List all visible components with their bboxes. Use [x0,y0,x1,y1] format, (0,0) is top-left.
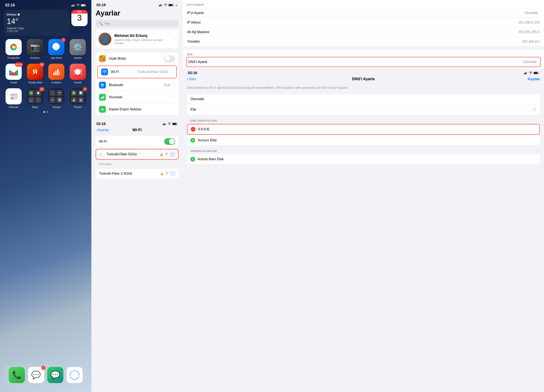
svg-point-31 [169,124,170,125]
settings-title: Ayarlar [91,7,183,20]
wifi-back-button[interactable]: ‹ Ayarlar [96,128,109,132]
settings-profile[interactable]: 👤 Mehmet Ali Ertunç Apple Kimliği, iClou… [96,30,178,48]
info-icon[interactable]: i [170,152,175,157]
chevron-hucresel: › [174,96,175,99]
app-gmail[interactable]: 30.715 Gmail [4,64,24,84]
info-icon-24[interactable]: i [171,171,175,176]
app-depo[interactable]: 🟢 🔲 📺 🎵 10 Depo [25,88,45,109]
home-screen: 02:16 Dörtyol 🧭 14° Sağanak Yağış Y:16° … [0,0,91,392]
settings-status-bar: 02:18 ▲ [91,0,183,7]
dock-telefon[interactable]: 📞 [9,367,25,383]
home-time: 02:16 [5,3,15,7]
svg-rect-41 [534,72,538,74]
dock-safari[interactable] [66,367,83,383]
dns-server-row[interactable]: − 8.8.8.8 [187,124,540,135]
svg-rect-28 [163,124,163,125]
dns-ayarla-row[interactable]: DNS'i Ayarla Otomatik › [187,57,540,67]
wifi-network-24[interactable]: Turkcell-Fiber-2.4GHz 🔒 i [96,169,178,179]
app-haberler[interactable]: 📰 Haberler [4,88,24,109]
app-fotograflar[interactable]: Fotoğraflar [4,39,24,59]
app-kamera[interactable]: 📷 Kamera [25,39,45,59]
dock-icon-whatsapp: 💬 [47,367,63,383]
search-icon: 🔍 [99,21,103,25]
label-bluetooth: Bluetooth [109,83,161,87]
settings-row-hucresel[interactable]: Hücresel › [96,91,178,103]
signal-icon [71,4,75,6]
svg-rect-0 [71,5,72,6]
label-wifi: Wi-Fi [111,70,135,74]
dns-add-server-row[interactable]: + Sunucu Ekle [187,135,540,145]
calendar-widget[interactable]: PER 3 [71,10,88,26]
chevron-bluetooth: › [174,83,175,87]
svg-rect-24 [101,97,101,99]
profile-chevron: › [174,37,176,41]
dock-slack[interactable]: 💬 2 [28,367,44,383]
toggle-ucak[interactable] [164,55,175,62]
signal-dns [524,72,528,74]
svg-rect-26 [103,96,103,99]
app-appstore[interactable]: 🅐 3 App Store [47,39,66,59]
wifi-toggle-row[interactable]: Wi-Fi [96,136,178,147]
weather-widget[interactable]: Dörtyol 🧭 14° Sağanak Yağış Y:16° D:8° [4,10,69,36]
ipv4-value-mask: 255.255.255.0 [518,30,540,34]
dns-add-search-button[interactable]: + [190,157,195,161]
svg-point-16 [74,374,75,376]
app-sosyal[interactable]: 🎵 📸 🐦 👻 Sosyal [47,88,66,109]
dns-servers-label: DNS SUNUCULARI [183,118,544,124]
wifi-status-bar: 02:16 [91,119,183,126]
wifi-toggle[interactable] [164,138,175,145]
dns-otomatik-label: Otomatik [190,97,536,101]
dock-whatsapp[interactable]: 💬 [47,367,63,383]
dock-inner: 📞 💬 2 💬 [4,364,88,386]
ipv4-chevron-ayarla: › [539,11,540,15]
battery-icon-2 [169,4,174,6]
dns-save-button[interactable]: Kaydet [528,77,540,81]
app-yemek[interactable]: 🍽️ Yemek [68,64,88,84]
dns-back-button[interactable]: ‹ Geri [187,77,196,81]
settings-row-bluetooth[interactable]: B * Bluetooth Açık › [96,79,178,91]
app-icon-gmail: 30.715 [6,64,22,80]
page-dot-1 [43,111,45,113]
dns-option-elle[interactable]: Elle ✓ [187,104,540,115]
icon-hucresel [99,94,106,101]
app-yandexmail[interactable]: Я 50 Yandex.Mail [25,64,45,84]
wifi-connected-row[interactable]: ✓ Turkcell-Fiber-5GHz 🔒 i [96,150,178,159]
settings-row-hotspot[interactable]: ⊕ Kişisel Erişim Noktası › [96,103,178,115]
svg-rect-1 [72,5,73,6]
dns-sub-status-bar: 02:16 [183,69,544,75]
settings-row-wifi[interactable]: Wi-Fi Turkcell-Fiber-5GHz › [97,66,177,78]
wifi-row-icon [102,70,107,74]
ipv4-row-ayarla[interactable]: IP'yi Ayarla Otomatik › [187,8,540,18]
app-finans[interactable]: 💹 📊 💰 🏦 7 Finans [68,88,88,109]
dns-add-server-button[interactable]: + [190,138,195,143]
app-icon-depo: 🟢 🔲 📺 🎵 10 [27,88,43,104]
settings-row-ucak[interactable]: ✈️ Uçak Modu [96,53,178,65]
finans-badge: 7 [83,87,87,91]
dock-icon-slack: 💬 2 [28,367,44,383]
dns-ayarla-chevron: › [538,60,538,64]
wifi-check-icon: ✓ [100,152,102,156]
app-label-yandex: Yandex.Mail [28,81,42,84]
dns-add-search-label: Arama Alanı Ekle [198,157,224,161]
ipv4-section: IPV4 ADRESİ IP'yi Ayarla Otomatik › IP A… [183,0,544,46]
app-analytics[interactable]: Analytics [47,64,66,84]
dns-add-search-row[interactable]: + Arama Alanı Ekle [187,154,540,164]
app-icon-ayarlar: ⚙️ [70,39,86,55]
app-icon-yemek: 🍽️ [70,64,86,80]
svg-rect-30 [165,123,165,125]
app-label-depo: Depo [32,106,38,109]
app-ayarlar[interactable]: ⚙️ Ayarlar [68,39,88,59]
svg-rect-2 [73,5,74,6]
dns-option-otomatik[interactable]: Otomatik [187,94,540,104]
weather-location: Dörtyol 🧭 [7,13,66,16]
app-label-haberler: Haberler [9,106,18,109]
dns-remove-button[interactable]: − [191,127,195,132]
svg-point-20 [165,6,166,6]
settings-search[interactable]: 🔍 Ara [96,20,178,27]
app-label-kamera: Kamera [31,57,40,59]
wifi-icon-w [168,123,171,125]
toggle-thumb-ucak [165,56,171,62]
wifi-status-icons [163,123,178,125]
svg-point-39 [530,73,531,74]
ipv4-value-ayarla: Otomatik [524,11,538,15]
